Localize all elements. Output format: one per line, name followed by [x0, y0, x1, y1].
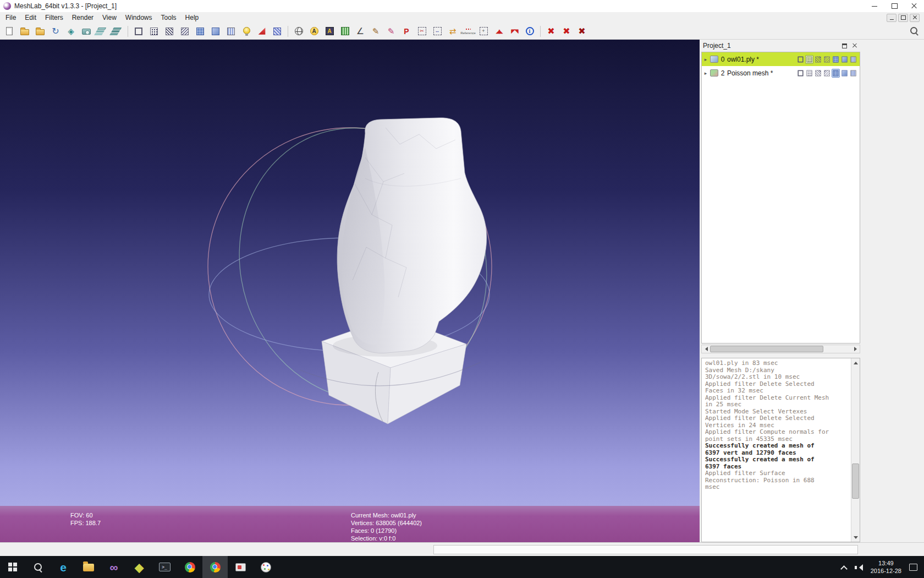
taskbar-command-prompt[interactable]: >_: [152, 556, 177, 578]
scroll-right-arrow[interactable]: [851, 345, 860, 353]
menu-render[interactable]: Render: [68, 13, 98, 23]
expand-arrow-icon[interactable]: ▸: [703, 57, 708, 62]
menu-windows[interactable]: Windows: [121, 13, 157, 23]
scroll-track[interactable]: [710, 345, 851, 353]
taskbar-visual-studio[interactable]: ∞: [101, 556, 127, 578]
select-vertices-quality-icon[interactable]: ◤◥: [507, 24, 522, 39]
search-filter-icon[interactable]: [910, 26, 919, 35]
menu-filters[interactable]: Filters: [41, 13, 68, 23]
layer-toggle-box-hatch2[interactable]: [823, 69, 831, 78]
mdi-minimize-button[interactable]: [887, 14, 897, 22]
taskbar-chrome[interactable]: [177, 556, 202, 578]
taskbar-start[interactable]: [0, 556, 25, 578]
menu-help[interactable]: Help: [181, 13, 204, 23]
taskbar-file-explorer[interactable]: [76, 556, 101, 578]
layer-toggle-box-blue[interactable]: [832, 69, 840, 78]
layer-toggle-box-stripes[interactable]: [849, 69, 857, 78]
layer-toggle-box-dots[interactable]: [805, 55, 813, 64]
manipulator-tool-icon[interactable]: +: [476, 24, 491, 39]
select-faces-quality-icon[interactable]: ◢◣: [491, 24, 507, 39]
layer-toggle-box-outline[interactable]: [796, 69, 805, 78]
show-raster-layers-icon[interactable]: [109, 24, 125, 39]
z-painting-icon[interactable]: ✎: [368, 24, 383, 39]
layer-row-0[interactable]: ▸0owl01.ply *: [702, 52, 860, 66]
render-texture-icon[interactable]: [223, 24, 239, 39]
trackball-icon[interactable]: [291, 24, 306, 39]
render-wireframe-icon[interactable]: [162, 24, 177, 39]
log-scroll-track[interactable]: [851, 367, 860, 533]
menu-view[interactable]: View: [98, 13, 121, 23]
ambient-occlusion-icon[interactable]: A: [306, 24, 322, 39]
layer-toggle-box-blue[interactable]: [832, 55, 840, 64]
save-snapshot-icon[interactable]: [79, 24, 94, 39]
scroll-left-arrow[interactable]: [702, 345, 710, 353]
backface-culling-icon[interactable]: [254, 24, 270, 39]
layer-toggle-box-hatch[interactable]: [814, 55, 822, 64]
save-mesh-icon[interactable]: ◈: [63, 24, 79, 39]
tray-chevron-up-icon[interactable]: [841, 564, 847, 570]
scroll-down-arrow[interactable]: [851, 533, 860, 542]
render-points-icon[interactable]: [146, 24, 162, 39]
shader-wrap-icon[interactable]: [337, 24, 353, 39]
volume-icon[interactable]: [855, 564, 863, 571]
scroll-thumb[interactable]: [710, 346, 823, 352]
delete-selected-vertices-icon[interactable]: ✖: [559, 24, 574, 39]
render-lighting-icon[interactable]: [239, 24, 254, 39]
notification-center-icon[interactable]: [909, 564, 917, 571]
3d-viewport[interactable]: FOV: 60 FPS: 188.7 Current Mesh: owl01.p…: [0, 40, 700, 542]
taskbar-chrome-2[interactable]: [202, 556, 228, 578]
selected-face-rendering-icon[interactable]: [270, 24, 285, 39]
quality-mapper-icon[interactable]: ✎: [383, 24, 399, 39]
mdi-close-button[interactable]: [910, 14, 920, 22]
measuring-tool-glyph: ∠: [356, 27, 365, 36]
menu-tools[interactable]: Tools: [157, 13, 181, 23]
expand-arrow-icon[interactable]: ▸: [703, 70, 708, 76]
render-bbox-icon[interactable]: [131, 24, 146, 39]
dock-close-icon[interactable]: [851, 42, 859, 50]
show-layer-dialog-icon[interactable]: [94, 24, 109, 39]
reference-tool-icon[interactable]: Reference: [460, 24, 476, 39]
layer-toggle-box-hatch2[interactable]: [823, 55, 831, 64]
delete-faces-and-vertices-icon[interactable]: ✖: [574, 24, 590, 39]
new-project-icon[interactable]: [2, 24, 17, 39]
point-selection-icon[interactable]: ✂: [414, 24, 430, 39]
taskbar-search[interactable]: [25, 556, 51, 578]
scroll-up-arrow[interactable]: [851, 358, 860, 367]
layer-toggle-box-hatch[interactable]: [814, 69, 822, 78]
rect-selection-icon[interactable]: ↔: [430, 24, 445, 39]
open-project-icon[interactable]: [17, 24, 32, 39]
render-flat-icon[interactable]: [193, 24, 208, 39]
menu-edit[interactable]: Edit: [20, 13, 41, 23]
log-vertical-scrollbar[interactable]: [851, 358, 860, 542]
pick-points-icon[interactable]: P: [399, 24, 414, 39]
taskbar-edge[interactable]: e: [51, 556, 76, 578]
layer-toggle-box-stripes[interactable]: [849, 55, 857, 64]
close-button[interactable]: [904, 0, 924, 12]
render-hidden-lines-icon[interactable]: [177, 24, 193, 39]
dock-float-icon[interactable]: [840, 42, 848, 50]
layer-toggle-box-blue2[interactable]: [840, 55, 849, 64]
minimize-button[interactable]: [865, 0, 884, 12]
restore-button[interactable]: [884, 0, 904, 12]
render-smooth-icon[interactable]: [208, 24, 223, 39]
taskbar-meshlab-app[interactable]: [228, 556, 253, 578]
layer-row-2[interactable]: ▸2Poisson mesh *: [702, 66, 860, 80]
align-tool-icon[interactable]: ⇄: [445, 24, 460, 39]
layers-horizontal-scrollbar[interactable]: [701, 345, 860, 353]
layer-toggle-box-outline[interactable]: [796, 55, 805, 64]
layer-toggle-box-dots[interactable]: [805, 69, 813, 78]
taskbar-paint[interactable]: [253, 556, 278, 578]
layer-toggle-box-blue2[interactable]: [840, 69, 849, 78]
info-button-icon[interactable]: i: [522, 24, 537, 39]
texture-painting-icon[interactable]: A: [322, 24, 337, 39]
measuring-tool-icon[interactable]: ∠: [353, 24, 368, 39]
clock[interactable]: 13:49 2016-12-28: [871, 559, 901, 575]
menu-file[interactable]: File: [1, 13, 20, 23]
taskbar-app-yellow[interactable]: ◆: [127, 556, 152, 578]
mdi-restore-button[interactable]: [898, 14, 908, 22]
reload-mesh-icon[interactable]: ↻: [48, 24, 63, 39]
delete-selected-faces-icon[interactable]: ✖: [543, 24, 559, 39]
open-mesh-icon[interactable]: [32, 24, 48, 39]
log-scroll-thumb[interactable]: [852, 464, 859, 499]
dock-splitter[interactable]: [701, 353, 860, 358]
